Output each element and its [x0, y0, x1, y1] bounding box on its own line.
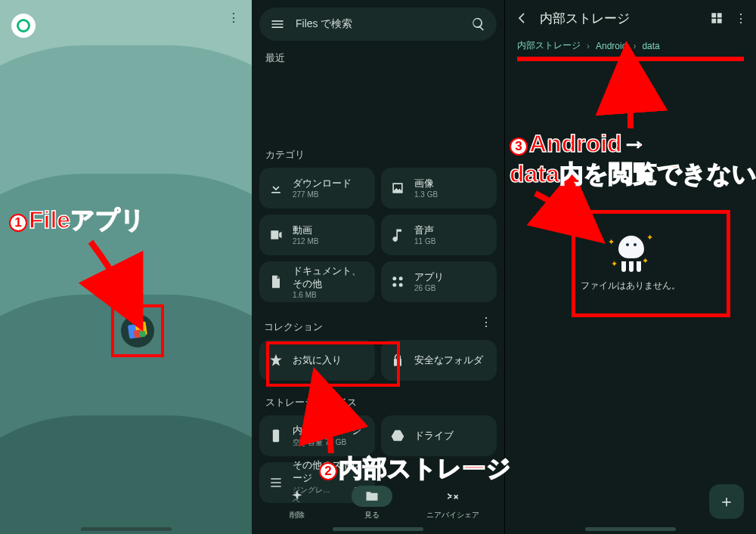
app-icon: [390, 274, 405, 289]
section-categories: カテゴリ: [252, 148, 504, 162]
crumb-data[interactable]: data: [642, 41, 659, 51]
nav-browse[interactable]: 見る: [352, 486, 392, 520]
svg-rect-4: [273, 430, 279, 443]
cat-sub: 212 MB: [293, 237, 318, 245]
annotation-underline: [517, 57, 744, 61]
search-placeholder: Files で検索: [296, 17, 460, 31]
annotation-1: 1Fileアプリ: [9, 205, 145, 235]
collection-favorites[interactable]: お気に入り: [259, 340, 375, 381]
cat-sub: 26 GB: [414, 284, 444, 292]
collections-grid: お気に入り 安全なフォルダ: [252, 334, 504, 381]
collections-more-icon[interactable]: ⋮: [480, 315, 492, 329]
gesture-nav-pill[interactable]: [333, 527, 423, 531]
breadcrumb: 内部ストレージ › Android › data: [505, 36, 756, 55]
nav-label: ニアバイシェア: [426, 510, 479, 520]
cat-title: 動画: [293, 224, 318, 237]
annotation-3-line2: data内を閲覧できない: [510, 160, 756, 187]
nav-label: 削除: [290, 510, 305, 520]
categories-grid: ダウンロード277 MB 画像1.3 GB 動画212 MB 音声11 GB ド…: [252, 162, 504, 302]
category-images[interactable]: 画像1.3 GB: [381, 168, 497, 208]
annotation-2-text: 内部ストレージ: [339, 455, 511, 482]
more-icon[interactable]: ⋮: [735, 11, 747, 26]
nav-label: 見る: [364, 510, 380, 520]
cat-sub: 1.6 MB: [293, 291, 366, 299]
category-audio[interactable]: 音声11 GB: [381, 215, 497, 255]
annotation-number-1: 1: [9, 214, 27, 232]
category-apps[interactable]: アプリ26 GB: [381, 261, 497, 302]
annotation-number-2: 2: [319, 462, 337, 480]
nav-nearby-share[interactable]: ニアバイシェア: [426, 486, 479, 520]
gesture-nav-pill[interactable]: [81, 527, 172, 531]
nav-clean[interactable]: 削除: [277, 486, 318, 520]
cat-sub: 1.3 GB: [414, 190, 438, 199]
category-documents[interactable]: ドキュメント、その他1.6 MB: [259, 261, 375, 302]
coll-title: お気に入り: [293, 354, 342, 367]
drive-icon: [390, 428, 405, 443]
annotation-arrow-1: [83, 234, 151, 320]
cat-title: 音声: [414, 224, 435, 237]
back-icon[interactable]: [514, 11, 529, 26]
section-collections: コレクション: [264, 320, 480, 334]
chevron-right-icon: ›: [633, 41, 636, 51]
collection-safe-folder[interactable]: 安全なフォルダ: [381, 340, 497, 381]
search-icon[interactable]: [471, 17, 486, 32]
audio-icon: [390, 227, 405, 242]
svg-point-2: [392, 283, 396, 287]
annotation-number-3: 3: [510, 137, 528, 156]
grid-view-icon[interactable]: [709, 11, 724, 26]
star-icon: [268, 353, 284, 368]
chevron-right-icon: ›: [587, 41, 590, 51]
coll-title: 安全なフォルダ: [414, 354, 483, 367]
doc-icon: [268, 274, 284, 289]
camera-cutout-icon: [11, 14, 36, 38]
cat-sub: 11 GB: [414, 237, 435, 245]
annotation-arrow-3b: [529, 187, 590, 236]
svg-point-3: [399, 283, 403, 287]
annotation-3: 3Android→ data内を閲覧できない: [510, 128, 756, 189]
annotation-2: 2内部ストレージ: [319, 453, 511, 483]
storage-title: ドライブ: [414, 430, 454, 443]
cat-title: ドキュメント、その他: [293, 265, 366, 291]
svg-point-0: [392, 276, 396, 280]
storage-drive[interactable]: ドライブ: [381, 415, 497, 456]
sparkle-icon: [290, 489, 305, 504]
video-icon: [268, 227, 284, 242]
lock-icon: [390, 353, 405, 368]
annotation-1-text: Fileアプリ: [29, 206, 145, 233]
cat-title: 画像: [414, 177, 438, 190]
nearby-icon: [445, 489, 460, 504]
image-icon: [390, 181, 405, 196]
crumb-internal[interactable]: 内部ストレージ: [517, 39, 581, 52]
detail-title: 内部ストレージ: [540, 10, 699, 27]
gesture-nav-pill[interactable]: [585, 527, 676, 531]
search-bar[interactable]: Files で検索: [259, 8, 497, 41]
annotation-box-empty: [572, 210, 730, 317]
detail-topbar: 内部ストレージ ⋮: [505, 0, 756, 36]
download-icon: [268, 181, 284, 196]
category-downloads[interactable]: ダウンロード277 MB: [259, 168, 375, 208]
annotation-3-line1: Android→: [529, 130, 646, 157]
svg-point-1: [399, 276, 403, 280]
crumb-android[interactable]: Android: [596, 41, 627, 51]
section-recent: 最近: [252, 51, 504, 65]
cat-sub: 277 MB: [293, 190, 352, 199]
category-videos[interactable]: 動画212 MB: [259, 215, 375, 255]
cat-title: アプリ: [414, 271, 444, 284]
cat-title: ダウンロード: [293, 177, 352, 190]
status-more-icon: ⋮: [228, 11, 241, 25]
hamburger-icon[interactable]: [270, 17, 285, 32]
phone-icon: [268, 428, 284, 443]
bottom-nav: 削除 見る ニアバイシェア: [252, 486, 504, 520]
section-storage-devices: ストレージ デバイス: [252, 396, 504, 409]
add-fab[interactable]: ＋: [709, 484, 744, 519]
folder-icon: [364, 489, 380, 504]
